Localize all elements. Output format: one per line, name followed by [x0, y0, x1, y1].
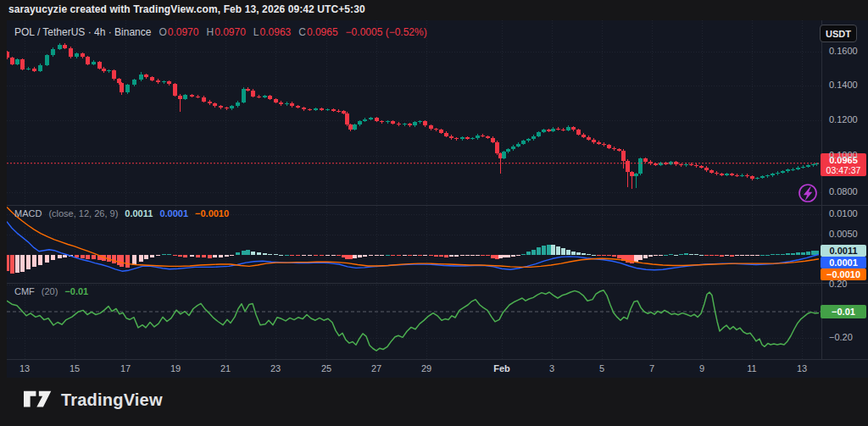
cmf-tick-label: 0.20 — [829, 279, 847, 289]
macd-hist-value: 0.0011 — [125, 208, 153, 219]
ohlc-open-label: O — [159, 26, 166, 38]
ohlc-close-label: C — [298, 26, 306, 38]
macd-params: (close, 12, 26, 9) — [48, 208, 118, 219]
price-tick-label: 0.0800 — [829, 186, 858, 196]
cmf-value: −0.01 — [64, 286, 88, 296]
ohlc-low-label: L — [253, 26, 259, 38]
candlestick-series — [5, 43, 819, 189]
symbol-header: POL / TetherUS · 4h · Binance O0.0970 H0… — [14, 26, 427, 38]
time-tick-label: 5 — [599, 363, 604, 373]
macd-hist-axis-label: 0.0011 — [821, 245, 866, 257]
ohlc-high-value: 0.0970 — [214, 26, 246, 38]
time-tick-label: 13 — [19, 363, 30, 373]
tradingview-logo[interactable]: TradingView — [24, 390, 163, 410]
macd-histogram-series — [5, 245, 819, 274]
time-tick-label: 23 — [270, 363, 281, 373]
time-tick-label: 25 — [321, 363, 331, 373]
time-tick-label: 29 — [421, 363, 431, 373]
tradingview-snapshot: sarayucyzie created with TradingView.com… — [0, 0, 868, 426]
symbol-title[interactable]: POL / TetherUS · 4h · Binance — [14, 26, 151, 38]
tradingview-logo-icon — [24, 390, 53, 410]
cmf-tick-label: −0.20 — [829, 332, 853, 342]
macd-tick-label: 0.0050 — [829, 229, 858, 239]
watermark: sarayucyzie created with TradingView.com… — [8, 3, 365, 15]
price-tick-label: 0.1200 — [829, 114, 858, 124]
price-change: −0.0005 (−0.52%) — [346, 26, 427, 38]
cmf-line-series — [7, 290, 819, 351]
macd-indicator-row: MACD (close, 12, 26, 9) 0.0011 0.0001 −0… — [14, 208, 229, 219]
brand-name: TradingView — [61, 390, 163, 410]
time-tick-label: 13 — [797, 363, 807, 373]
macd-title[interactable]: MACD — [14, 208, 42, 219]
macd-line-value: 0.0001 — [159, 208, 188, 219]
time-tick-label: 17 — [120, 363, 131, 373]
time-tick-label: 7 — [649, 363, 654, 373]
time-tick-label: Feb — [493, 363, 510, 373]
time-tick-label: 19 — [170, 363, 181, 373]
time-tick-label: 15 — [70, 363, 80, 373]
bar-countdown: 03:47:37 — [826, 165, 861, 175]
time-tick-label: 3 — [549, 363, 554, 373]
price-tick-label: 0.1600 — [829, 46, 858, 56]
grid-lines — [7, 20, 821, 359]
cmf-params: (20) — [42, 286, 58, 296]
macd-tick-label: 0.0100 — [829, 208, 858, 219]
ohlc-high-label: H — [206, 26, 214, 38]
currency-button[interactable]: USDT — [820, 25, 857, 42]
cmf-indicator-row: CMF (20) −0.01 — [14, 286, 88, 296]
ohlc-close-value: 0.0965 — [307, 26, 338, 38]
time-tick-label: 11 — [747, 363, 756, 373]
time-tick-label: 27 — [371, 363, 381, 373]
ohlc-open-value: 0.0970 — [168, 26, 199, 38]
price-tick-label: 0.1400 — [829, 80, 858, 90]
cmf-axis-label: −0.01 — [821, 305, 866, 318]
macd-line-axis-label: 0.0001 — [821, 257, 866, 268]
time-tick-label: 21 — [220, 363, 231, 373]
cmf-title[interactable]: CMF — [14, 286, 35, 296]
pane-separator — [7, 20, 868, 360]
macd-signal-value: −0.0010 — [195, 208, 229, 219]
price-tick-label: 0.1000 — [829, 150, 858, 160]
ohlc-low-value: 0.0963 — [260, 26, 292, 38]
time-tick-label: 9 — [699, 363, 704, 373]
